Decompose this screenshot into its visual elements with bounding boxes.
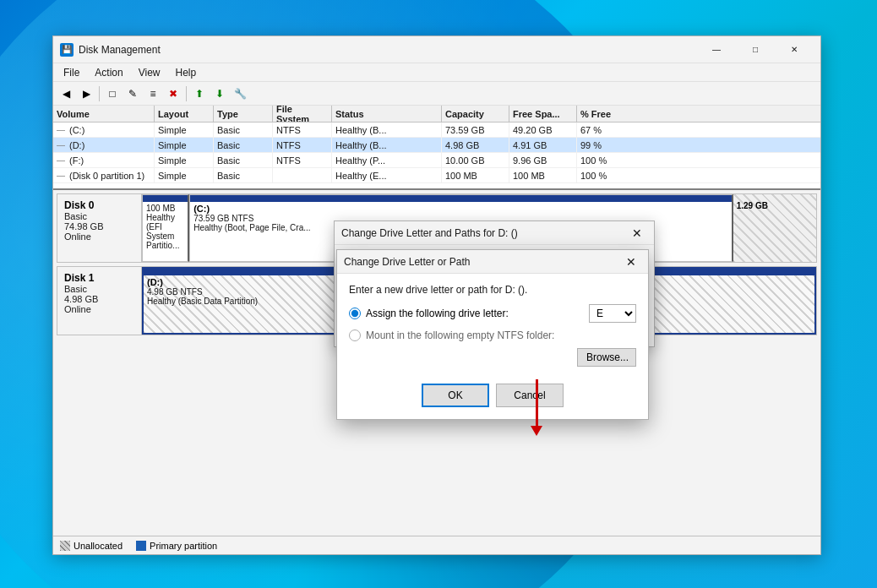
disk-1-size: 4.98 GB <box>64 294 134 304</box>
td-free-c: 49.20 GB <box>509 122 577 137</box>
unalloc-label: 1.29 GB <box>737 198 813 210</box>
menu-view[interactable]: View <box>132 65 167 80</box>
arrow-head <box>531 426 542 436</box>
tb-show-hide[interactable]: □ <box>103 84 122 103</box>
vol-icon-f <box>57 155 67 165</box>
disk-1-name: Disk 1 <box>64 272 134 284</box>
title-bar: 💾 Disk Management — □ ✕ <box>53 36 820 63</box>
td-volume-f: (F:) <box>53 153 155 167</box>
menu-bar: File Action View Help <box>53 63 820 82</box>
tb-down[interactable]: ⬇ <box>210 84 229 103</box>
partition-header-efi <box>143 195 188 202</box>
legend-item-primary: Primary partition <box>136 541 217 551</box>
disk-0-type: Basic <box>64 211 134 221</box>
td-volume-p1: — (Disk 0 partition 1) <box>53 168 155 182</box>
td-type-d: Basic <box>214 138 273 152</box>
inner-dialog-title-bar: Change Drive Letter or Path ✕ <box>337 250 648 274</box>
window-title: Disk Management <box>79 44 697 56</box>
td-fs-c: NTFS <box>273 122 332 137</box>
td-type-f: Basic <box>214 153 273 167</box>
inner-dialog-cancel-btn[interactable]: Cancel <box>496 384 564 407</box>
col-header-status: Status <box>332 106 442 122</box>
td-free-d: 4.91 GB <box>509 138 577 152</box>
td-type-p1: Basic <box>214 168 273 182</box>
minimize-button[interactable]: — <box>697 36 736 63</box>
radio-assign-letter[interactable] <box>349 308 361 319</box>
menu-file[interactable]: File <box>57 65 86 80</box>
menu-help[interactable]: Help <box>169 65 204 80</box>
table-header: Volume Layout Type File System Status Ca… <box>53 106 820 122</box>
td-capacity-c: 73.59 GB <box>442 122 509 137</box>
red-arrow-annotation <box>531 379 542 436</box>
table-row[interactable]: — (Disk 0 partition 1) Simple Basic Heal… <box>53 168 820 183</box>
disk-0-partition-efi[interactable]: 100 MB Healthy (EFI System Partitio... <box>142 194 189 262</box>
inner-dialog-close[interactable]: ✕ <box>621 252 641 272</box>
tb-properties[interactable]: ✎ <box>123 84 142 103</box>
disk-0-name: Disk 0 <box>64 199 134 211</box>
table-row[interactable]: (F:) Simple Basic NTFS Healthy (P... 10.… <box>53 153 820 168</box>
menu-action[interactable]: Action <box>88 65 129 80</box>
td-free-p1: 100 MB <box>509 168 577 182</box>
td-percent-f: 100 % <box>577 153 628 167</box>
legend-label-unalloc: Unallocated <box>74 541 123 551</box>
window-controls: — □ ✕ <box>697 36 814 63</box>
tb-separator-1 <box>99 86 100 101</box>
td-volume-d: (D:) <box>53 138 155 152</box>
col-header-capacity: Capacity <box>442 106 509 122</box>
radio-assign-label: Assign the following drive letter: <box>366 308 584 319</box>
outer-dialog-title-bar: Change Drive Letter and Paths for D: () … <box>335 221 654 245</box>
td-volume-c: (C:) <box>53 122 155 137</box>
tb-up[interactable]: ⬆ <box>190 84 209 103</box>
partition-efi-size: 100 MB <box>146 204 184 213</box>
browse-button[interactable]: Browse... <box>577 348 636 367</box>
td-fs-f: NTFS <box>273 153 332 167</box>
volume-table: Volume Layout Type File System Status Ca… <box>53 106 820 190</box>
vol-icon-c <box>57 125 67 134</box>
legend-label-primary: Primary partition <box>150 541 217 551</box>
col-header-type: Type <box>214 106 273 122</box>
col-header-fs: File System <box>273 106 332 122</box>
td-status-p1: Healthy (E... <box>332 168 442 182</box>
td-percent-c: 67 % <box>577 122 628 137</box>
radio-mount-label: Mount in the following empty NTFS folder… <box>366 329 636 341</box>
table-row[interactable]: (D:) Simple Basic NTFS Healthy (B... 4.9… <box>53 138 820 153</box>
legend-box-unalloc <box>60 541 70 551</box>
radio-row-folder: Mount in the following empty NTFS folder… <box>349 329 636 341</box>
disk-0-partition-unalloc[interactable]: 1.29 GB <box>733 194 816 262</box>
maximize-button[interactable]: □ <box>736 36 775 63</box>
inner-dialog: Change Drive Letter or Path ✕ Enter a ne… <box>336 249 649 420</box>
tb-list[interactable]: ≡ <box>144 84 162 103</box>
td-capacity-p1: 100 MB <box>442 168 509 182</box>
table-row[interactable]: (C:) Simple Basic NTFS Healthy (B... 73.… <box>53 122 820 138</box>
tb-delete[interactable]: ✖ <box>164 84 182 103</box>
partition-c-name: (C:) <box>193 204 727 214</box>
td-status-c: Healthy (B... <box>332 122 442 137</box>
td-capacity-d: 4.98 GB <box>442 138 509 152</box>
col-header-volume: Volume <box>53 106 155 122</box>
arrow-line <box>536 379 538 426</box>
inner-dialog-buttons: OK Cancel <box>337 377 648 419</box>
disk-0-size: 74.98 GB <box>64 221 134 231</box>
col-header-freespace: Free Spa... <box>509 106 577 122</box>
partition-header-c <box>190 195 731 202</box>
col-header-percent: % Free <box>577 106 628 122</box>
tb-settings[interactable]: 🔧 <box>231 84 249 103</box>
td-free-f: 9.96 GB <box>509 153 577 167</box>
outer-dialog-close[interactable]: ✕ <box>627 223 647 243</box>
outer-dialog-title: Change Drive Letter and Paths for D: () <box>341 227 627 239</box>
tb-back[interactable]: ◀ <box>57 84 75 103</box>
inner-dialog-title: Change Drive Letter or Path <box>344 256 621 268</box>
legend-box-primary <box>136 541 146 551</box>
partition-efi-desc: Healthy (EFI System Partitio... <box>146 213 184 250</box>
radio-mount-folder[interactable] <box>349 329 361 341</box>
td-capacity-f: 10.00 GB <box>442 153 509 167</box>
inner-dialog-ok-btn[interactable]: OK <box>422 384 489 407</box>
td-fs-p1 <box>273 168 332 182</box>
window-icon: 💾 <box>60 43 74 57</box>
close-button[interactable]: ✕ <box>775 36 814 63</box>
legend: Unallocated Primary partition <box>53 536 820 554</box>
tb-forward[interactable]: ▶ <box>77 84 95 103</box>
inner-dialog-body: Enter a new drive letter or path for D: … <box>337 274 648 377</box>
drive-letter-select[interactable]: E F G <box>589 304 636 323</box>
td-percent-p1: 100 % <box>577 168 628 182</box>
